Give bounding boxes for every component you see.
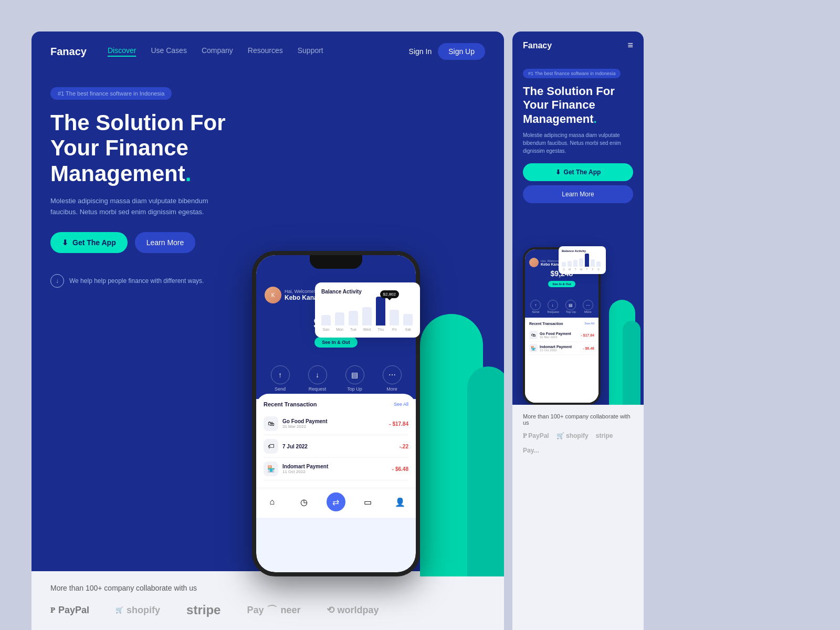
bar-label-Tue: Tue — [350, 328, 356, 331]
mini-bar-col-Tue: T — [573, 260, 578, 271]
paypal-logo: 𝐏 PayPal — [50, 605, 89, 616]
mini-bar-label-Sat: S — [597, 268, 599, 271]
mobile-partners-section: More than 100+ company collaborate with … — [512, 405, 644, 630]
mini-transactions: Recent Transaction See All 🛍 Go Food Pay… — [525, 318, 598, 403]
desktop-nav: Fanacy Discover Use Cases Company Resour… — [32, 32, 504, 71]
nav-link-usecases[interactable]: Use Cases — [151, 46, 186, 57]
hamburger-icon[interactable]: ≡ — [627, 40, 633, 51]
send-icon[interactable]: ↑ — [271, 365, 290, 384]
arrow-down-icon[interactable]: ↓ — [50, 274, 64, 288]
stripe-logo: stripe — [186, 603, 220, 617]
signin-button[interactable]: Sign In — [409, 47, 432, 56]
bar-label-Sat: Sat — [405, 328, 411, 331]
mobile-badge: #1 The best finance software in Indonesi… — [523, 69, 621, 78]
nav-wallet-icon[interactable]: ▭ — [359, 492, 377, 511]
bar-label-Thu: Thu — [377, 328, 384, 331]
mobile-get-app-button[interactable]: ⬇ Get The App — [523, 163, 633, 181]
hero-dot: . — [185, 161, 192, 186]
mini-teal-blob-2 — [623, 321, 640, 405]
transaction-icon-1: 🛍 — [264, 416, 278, 431]
mobile-title: The Solution For Your Finance Management… — [523, 85, 633, 126]
mini-bar-Sun — [562, 262, 566, 267]
transaction-amount-2: -.22 — [400, 444, 408, 449]
mini-bar-col-Sun: S — [562, 262, 566, 271]
teal-blob-2 — [467, 366, 504, 576]
nav-link-support[interactable]: Support — [298, 46, 323, 57]
mini-bar-Tue — [573, 260, 578, 267]
learn-more-button[interactable]: Learn More — [135, 232, 196, 253]
bar-label-Sun: Sun — [323, 328, 329, 331]
transactions-title: Recent Transaction — [264, 401, 317, 407]
mini-bar-Thu — [585, 254, 589, 267]
download-icon: ⬇ — [62, 238, 68, 247]
mini-bar-Sat — [596, 261, 601, 267]
transactions-section: Recent Transaction See All 🛍 Go Food Pay… — [256, 394, 416, 488]
nav-link-discover[interactable]: Discover — [108, 46, 136, 57]
mini-bar-col-Mon: M — [568, 261, 572, 271]
bar-col-Thu: Thu — [376, 297, 385, 331]
mini-bar-label-Mon: M — [569, 268, 571, 271]
mini-topup-icon[interactable]: ▤ — [565, 300, 576, 310]
action-topup: ▤ Top Up — [345, 365, 364, 392]
partners-section: More than 100+ company collaborate with … — [32, 571, 504, 630]
bar-col-Sat: Sat — [403, 314, 413, 331]
mobile-learn-more-button[interactable]: Learn More — [523, 185, 633, 203]
logo: Fanacy — [50, 46, 87, 58]
nav-transfer-icon[interactable]: ⇄ — [327, 492, 345, 511]
mobile-stripe-logo: stripe — [596, 432, 613, 439]
more-icon[interactable]: ⋯ — [383, 365, 402, 384]
bar-Wed — [362, 307, 372, 326]
mobile-hero: #1 The best finance software in Indonesi… — [512, 59, 644, 226]
bar-Fri — [390, 310, 399, 326]
bar-col-Wed: Wed — [362, 307, 372, 331]
mini-bar-label-Tue: T — [574, 268, 576, 271]
mini-bar-Mon — [568, 261, 572, 267]
nav-link-resources[interactable]: Resources — [248, 46, 283, 57]
mini-bar-col-Wed: W — [579, 258, 583, 271]
mini-send-icon[interactable]: ↑ — [530, 300, 541, 310]
desktop-panel: Fanacy Discover Use Cases Company Resour… — [32, 32, 504, 630]
mini-trans-item-1: 🛍 Go Food Payment 31 Mar 2022 - $17.84 — [529, 329, 594, 342]
mini-bar-chart: SMTWTFS — [562, 255, 603, 271]
transaction-item-2: 🏷 7 Jul 2022 -.22 — [264, 435, 408, 458]
see-in-out-button[interactable]: See In & Out — [314, 337, 358, 348]
mini-request-icon[interactable]: ↓ — [548, 300, 558, 310]
transaction-name-3: Indomart Payment — [282, 464, 388, 469]
transaction-name-1: Go Food Payment — [282, 418, 385, 424]
mini-balance-popup: Balance Activity SMTWTFS — [559, 246, 606, 274]
mini-bar-Wed — [579, 258, 583, 267]
mini-trans-item-2: 🏪 Indomart Payment 11 Oct 2022 - $6.48 — [529, 342, 594, 355]
mini-bar-col-Sat: S — [596, 261, 601, 271]
bar-col-Sun: Sun — [321, 315, 331, 331]
see-all-link[interactable]: See All — [394, 402, 408, 407]
hero-badge: #1 The best finance software in Indonesi… — [50, 87, 172, 100]
transaction-item-1: 🛍 Go Food Payment 31 Mar 2022 - $17.84 — [264, 413, 408, 435]
bar-label-Wed: Wed — [363, 328, 371, 331]
mini-trans-icon-1: 🛍 — [529, 331, 538, 339]
mobile-panel: Fanacy ≡ #1 The best finance software in… — [512, 32, 644, 630]
nav-link-company[interactable]: Company — [202, 46, 233, 57]
mini-bar-col-Fri: F — [591, 259, 595, 271]
nav-links: Discover Use Cases Company Resources Sup… — [108, 46, 392, 57]
mini-avatar — [529, 258, 539, 267]
nav-home-icon[interactable]: ⌂ — [262, 492, 281, 511]
hero-title-line3: Management — [50, 161, 185, 186]
partners-logos: 𝐏 PayPal 🛒 shopify stripe Pay⌒neer ⟲ wor… — [50, 603, 485, 617]
mobile-download-icon: ⬇ — [555, 169, 561, 176]
hero-buttons: ⬇ Get The App Learn More — [50, 232, 260, 253]
phone-mockup-area: Balance Activity $2,802SunMonTueWedThuFr… — [220, 240, 504, 576]
get-app-button[interactable]: ⬇ Get The App — [50, 232, 128, 253]
transaction-amount-1: - $17.84 — [389, 421, 408, 427]
bar-chart: $2,802SunMonTueWedThuFriSat — [321, 300, 414, 331]
mini-more-icon[interactable]: ⋯ — [583, 300, 593, 310]
nav-profile-icon[interactable]: 👤 — [391, 492, 410, 511]
topup-icon[interactable]: ▤ — [345, 365, 364, 384]
hero-title-line2: Your Finance — [50, 135, 188, 160]
request-icon[interactable]: ↓ — [308, 365, 327, 384]
bar-col-Tue: Tue — [349, 311, 358, 331]
nav-activity-icon[interactable]: ◷ — [295, 492, 313, 511]
mini-see-btn[interactable]: See In & Out — [548, 281, 575, 287]
signup-button[interactable]: Sign Up — [438, 43, 485, 60]
action-send: ↑ Send — [271, 365, 290, 392]
action-request: ↓ Request — [308, 365, 327, 392]
